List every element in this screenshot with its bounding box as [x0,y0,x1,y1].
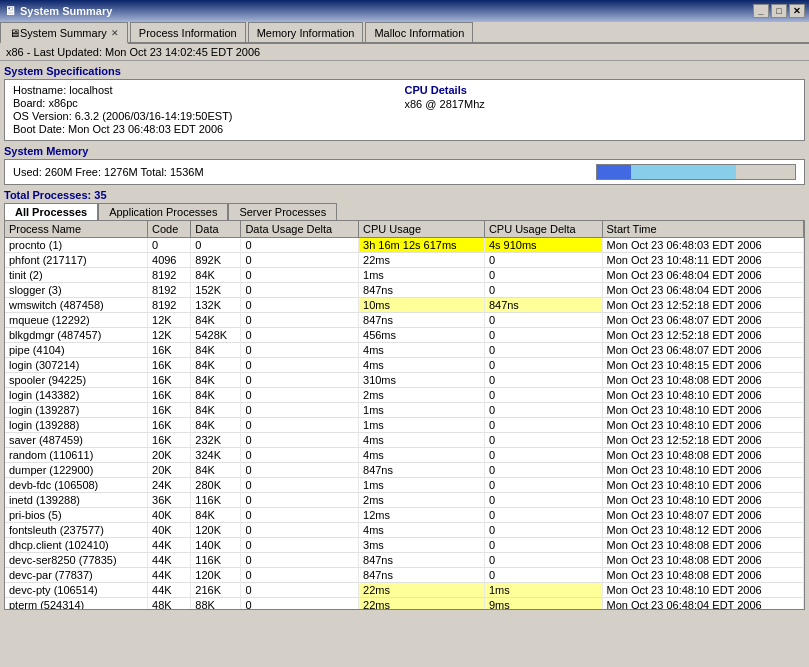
table-row[interactable]: phfont (217117)4096892K022ms0Mon Oct 23 … [5,253,804,268]
memory-bar [596,164,796,180]
window-title: System Summary [20,5,112,17]
system-specs-title: System Specifications [4,65,805,77]
table-row[interactable]: login (307214)16K84K04ms0Mon Oct 23 10:4… [5,358,804,373]
subtab-server-processes[interactable]: Server Processes [228,203,337,220]
table-row[interactable]: tinit (2)819284K01ms0Mon Oct 23 06:48:04… [5,268,804,283]
system-specs-panel: Hostname: localhost Board: x86pc OS Vers… [4,79,805,141]
table-row[interactable]: devc-par (77837)44K120K0847ns0Mon Oct 23… [5,568,804,583]
status-bar: x86 - Last Updated: Mon Oct 23 14:02:45 … [0,44,809,61]
col-data-delta[interactable]: Data Usage Delta [241,221,359,238]
tab-system-summary[interactable]: 🖥 System Summary ✕ [0,22,128,44]
table-row[interactable]: wmswitch (487458)8192132K010ms847nsMon O… [5,298,804,313]
hostname-line: Hostname: localhost [13,84,405,96]
boot-date-line: Boot Date: Mon Oct 23 06:48:03 EDT 2006 [13,123,405,135]
status-text: x86 - Last Updated: Mon Oct 23 14:02:45 … [6,46,260,58]
table-row[interactable]: login (139288)16K84K01ms0Mon Oct 23 10:4… [5,418,804,433]
table-row[interactable]: procnto (1)0003h 16m 12s 617ms4s 910msMo… [5,238,804,253]
maximize-button[interactable]: □ [771,4,787,18]
main-content: System Specifications Hostname: localhos… [0,61,809,614]
app-icon: 🖥 [4,4,16,18]
table-row[interactable]: login (143382)16K84K02ms0Mon Oct 23 10:4… [5,388,804,403]
tab-system-summary-icon: 🖥 [9,27,20,39]
process-table-container[interactable]: Process Name Code Data Data Usage Delta … [4,220,805,610]
memory-title: System Memory [4,145,805,157]
table-row[interactable]: inetd (139288)36K116K02ms0Mon Oct 23 10:… [5,493,804,508]
table-row[interactable]: fontsleuth (237577)40K120K04ms0Mon Oct 2… [5,523,804,538]
table-row[interactable]: devb-fdc (106508)24K280K01ms0Mon Oct 23 … [5,478,804,493]
memory-used-bar [597,165,631,179]
table-row[interactable]: pterm (524314)48K88K022ms9msMon Oct 23 0… [5,598,804,611]
tab-process-info[interactable]: Process Information [130,22,246,42]
subtab-app-processes[interactable]: Application Processes [98,203,228,220]
table-row[interactable]: slogger (3)8192152K0847ns0Mon Oct 23 06:… [5,283,804,298]
table-row[interactable]: random (110611)20K324K04ms0Mon Oct 23 10… [5,448,804,463]
tab-memory-info[interactable]: Memory Information [248,22,364,42]
table-row[interactable]: saver (487459)16K232K04ms0Mon Oct 23 12:… [5,433,804,448]
window-controls[interactable]: _ □ ✕ [753,4,805,18]
tab-bar: 🖥 System Summary ✕ Process Information M… [0,22,809,44]
table-row[interactable]: pipe (4104)16K84K04ms0Mon Oct 23 06:48:0… [5,343,804,358]
memory-panel: Used: 260M Free: 1276M Total: 1536M [4,159,805,185]
col-cpu-usage[interactable]: CPU Usage [359,221,485,238]
col-cpu-delta[interactable]: CPU Usage Delta [484,221,602,238]
tab-malloc-info[interactable]: Malloc Information [365,22,473,42]
table-row[interactable]: login (139287)16K84K01ms0Mon Oct 23 10:4… [5,403,804,418]
minimize-button[interactable]: _ [753,4,769,18]
subtab-all-processes[interactable]: All Processes [4,203,98,220]
table-row[interactable]: dhcp.client (102410)44K140K03ms0Mon Oct … [5,538,804,553]
process-table: Process Name Code Data Data Usage Delta … [5,221,804,610]
memory-text: Used: 260M Free: 1276M Total: 1536M [13,166,596,178]
memory-free-bar [631,165,736,179]
table-row[interactable]: mqueue (12292)12K84K0847ns0Mon Oct 23 06… [5,313,804,328]
table-row[interactable]: dumper (122900)20K84K0847ns0Mon Oct 23 1… [5,463,804,478]
table-row[interactable]: spooler (94225)16K84K0310ms0Mon Oct 23 1… [5,373,804,388]
table-row[interactable]: devc-ser8250 (77835)44K116K0847ns0Mon Oc… [5,553,804,568]
cpu-line: x86 @ 2817Mhz [405,98,797,110]
col-start-time[interactable]: Start Time [602,221,804,238]
memory-section: System Memory Used: 260M Free: 1276M Tot… [4,145,805,185]
close-button[interactable]: ✕ [789,4,805,18]
table-row[interactable]: pri-bios (5)40K84K012ms0Mon Oct 23 10:48… [5,508,804,523]
board-line: Board: x86pc [13,97,405,109]
table-header-row: Process Name Code Data Data Usage Delta … [5,221,804,238]
memory-total-bar [736,165,795,179]
processes-header: Total Processes: 35 [4,189,805,201]
system-info-right: CPU Details x86 @ 2817Mhz [405,84,797,136]
col-data[interactable]: Data [191,221,241,238]
title-bar: 🖥 System Summary _ □ ✕ [0,0,809,22]
tab-close-icon[interactable]: ✕ [111,28,119,38]
table-row[interactable]: devc-pty (106514)44K216K022ms1msMon Oct … [5,583,804,598]
col-process-name[interactable]: Process Name [5,221,148,238]
system-info-left: Hostname: localhost Board: x86pc OS Vers… [13,84,405,136]
col-code[interactable]: Code [148,221,191,238]
os-version-line: OS Version: 6.3.2 (2006/03/16-14:19:50ES… [13,110,405,122]
cpu-details-title: CPU Details [405,84,797,96]
process-subtabs: All Processes Application Processes Serv… [4,203,805,220]
table-row[interactable]: blkgdmgr (487457)12K5428K0456ms0Mon Oct … [5,328,804,343]
